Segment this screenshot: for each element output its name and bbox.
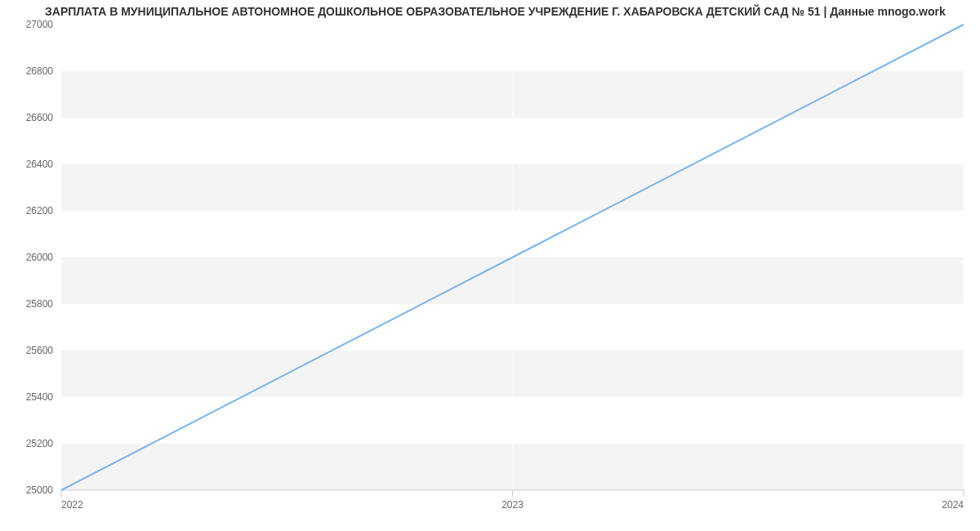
y-tick-label: 25600 (26, 345, 54, 356)
y-tick-label: 25400 (26, 391, 54, 403)
y-tick-label: 25800 (26, 298, 54, 310)
y-tick-label: 26000 (26, 252, 54, 263)
y-tick-label: 25200 (26, 438, 54, 449)
y-tick-label: 27000 (26, 19, 54, 30)
x-tick-label: 2024 (942, 499, 964, 511)
y-tick-label: 26600 (26, 112, 54, 123)
x-tick-label: 2022 (61, 499, 83, 511)
x-tick-label: 2023 (501, 499, 523, 511)
y-tick-label: 26800 (26, 65, 54, 77)
y-tick-label: 26400 (26, 158, 54, 170)
chart-container: ЗАРПЛАТА В МУНИЦИПАЛЬНОЕ АВТОНОМНОЕ ДОШК… (0, 0, 980, 531)
chart-svg: 2500025200254002560025800260002620026400… (0, 0, 980, 531)
y-tick-label: 26200 (26, 205, 54, 216)
chart-title: ЗАРПЛАТА В МУНИЦИПАЛЬНОЕ АВТОНОМНОЕ ДОШК… (45, 5, 946, 18)
y-tick-label: 25000 (26, 484, 54, 496)
